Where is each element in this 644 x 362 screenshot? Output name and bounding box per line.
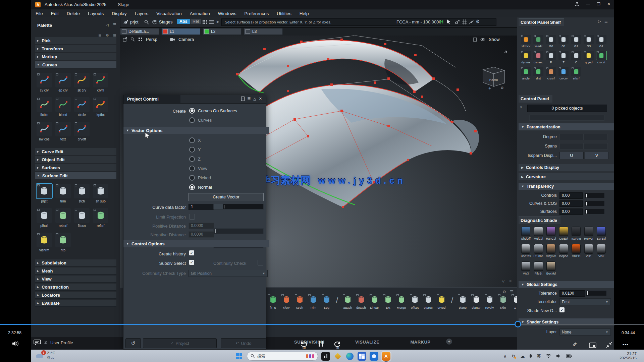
view-search-icon[interactable] (130, 37, 135, 42)
volume-icon[interactable] (12, 341, 19, 347)
continuity-check-type-dropdown[interactable]: G0 Position▼ (189, 270, 268, 277)
user-profile-label[interactable]: User Profile (50, 340, 73, 345)
menu-item[interactable]: Layouts (88, 11, 104, 16)
menu-item[interactable]: Windows (218, 11, 236, 16)
vector-option[interactable]: X (189, 135, 212, 145)
grid-icon[interactable] (203, 20, 207, 24)
shelf-panel-tool[interactable]: dynsec (532, 51, 545, 67)
layer-tab[interactable]: L3 (244, 28, 283, 35)
eye-icon[interactable] (480, 38, 485, 41)
sync-icon[interactable]: ↻ (512, 354, 516, 359)
shading-mode[interactable]: UseTex (520, 244, 532, 261)
shelf-tool[interactable]: plane (457, 294, 468, 309)
palette-section[interactable]: Curve Edit (35, 148, 116, 155)
picked-expand-icon[interactable]: ▼ (520, 106, 523, 109)
shelf-tool[interactable]: offset (409, 294, 420, 309)
pin-icon[interactable]: ↑ (241, 97, 245, 101)
shelf-tab[interactable]: VISUALIZE (355, 340, 379, 345)
shelf-tool[interactable]: qryed (436, 294, 447, 309)
palette-section[interactable]: Pick (35, 37, 116, 44)
app-window-icon[interactable] (358, 352, 366, 361)
shelf-tool[interactable]: xfcrv (281, 294, 292, 309)
radio-icon[interactable] (189, 137, 195, 143)
tray-expand-icon[interactable]: ∧ (503, 354, 507, 359)
palette-tool[interactable]: cv crv (35, 73, 54, 97)
palette-section[interactable]: Evaluate (35, 300, 116, 307)
layer-swatch[interactable] (122, 29, 126, 34)
isoparm-u-button[interactable]: U (559, 152, 584, 159)
view-cube[interactable]: BACK + ⚙ (478, 50, 508, 90)
clock[interactable]: 21:27 2025/5/15 (603, 352, 637, 360)
palette-tool[interactable]: crvfil (91, 73, 110, 97)
close-button[interactable]: ✕ (607, 2, 610, 6)
picked-detail-field[interactable] (529, 115, 604, 121)
search-icon[interactable] (144, 20, 149, 24)
palette-section[interactable]: Subdivision (35, 259, 116, 266)
transparency-value[interactable]: 0.00 (559, 200, 583, 207)
minimize-button[interactable]: — (586, 2, 590, 6)
pause-button[interactable] (319, 341, 323, 347)
palette-section[interactable]: Transform (35, 45, 116, 52)
shelf-tool[interactable]: ptprec (423, 294, 434, 309)
alias-app-icon[interactable]: A (382, 352, 390, 361)
start-button[interactable] (235, 352, 244, 361)
rel-toggle[interactable]: Rel (191, 19, 201, 24)
limit-projection-checkbox[interactable] (189, 214, 195, 220)
palette-section[interactable]: View (35, 276, 116, 283)
vector-option[interactable]: Picked (189, 173, 212, 182)
radio-icon[interactable] (189, 117, 195, 123)
picked-objects[interactable]: 0 picked objects (527, 105, 607, 112)
global-settings-section[interactable]: ▼Global Settings (519, 281, 614, 288)
shading-mode[interactable]: VRED (570, 244, 583, 261)
palette-section[interactable]: Locators (35, 292, 116, 299)
progress-bar-elapsed[interactable] (0, 324, 517, 325)
snap-curve-icon[interactable] (469, 19, 474, 24)
playhead[interactable] (515, 321, 521, 327)
palette-section[interactable]: Surfaces (35, 164, 116, 171)
vector-option[interactable]: Normal (189, 182, 212, 192)
wifi-icon[interactable] (546, 354, 551, 358)
vector-option[interactable]: Y (189, 145, 212, 154)
transparency-section[interactable]: ▼Transparency (519, 183, 614, 190)
project-button[interactable]: ✓Project (143, 338, 217, 348)
menu-item[interactable]: File (36, 11, 43, 16)
palette-menu-icon[interactable]: ☰ (113, 23, 116, 27)
shelf-panel-tool[interactable]: angle (520, 67, 532, 83)
palette-tool[interactable]: fitscn (72, 208, 91, 233)
edge-browser-icon[interactable] (345, 352, 354, 361)
user-icon[interactable] (575, 2, 579, 6)
shelf-panel-tool[interactable]: crvsrf (545, 67, 557, 83)
play-icon[interactable]: ▷ (598, 19, 601, 23)
add-tab-button[interactable]: + (446, 339, 452, 345)
shelf-tool[interactable] (334, 294, 340, 306)
stages-icon[interactable] (152, 19, 157, 24)
create-option-1[interactable]: Curves On Surfaces (189, 108, 237, 114)
close-dialog-icon[interactable]: ✕ (259, 97, 262, 101)
viewport-expand-icon[interactable]: ▽ (502, 279, 504, 283)
shelf-panel-tool[interactable]: xfrmcv (520, 35, 532, 51)
create-history-checkbox[interactable]: ✓ (189, 250, 194, 255)
shelf-tool[interactable]: Ext (382, 294, 393, 309)
layer-swatch[interactable] (246, 29, 250, 34)
shelf-panel-tool[interactable]: G1 (557, 35, 570, 51)
progress-bar-remaining[interactable] (517, 324, 644, 325)
shading-mode[interactable]: HorVer (583, 227, 595, 244)
camera-label[interactable]: Camera (178, 37, 194, 42)
shading-mode[interactable]: ClayAO (545, 244, 557, 261)
box-display-icon[interactable] (473, 38, 477, 42)
shelf-panel-tool[interactable]: dynms (520, 51, 532, 67)
radio-icon[interactable] (189, 175, 195, 181)
project-tool-icon[interactable] (123, 19, 128, 25)
shading-mode[interactable]: Vis2 (595, 244, 608, 261)
shelf-tool[interactable]: fit -5 (267, 294, 278, 309)
shading-mode[interactable]: SurEvl (595, 227, 608, 244)
snap-point-icon[interactable] (455, 19, 460, 24)
palette-tool[interactable]: rebsrf (54, 208, 72, 233)
palette-tool[interactable]: nw cos (35, 122, 54, 146)
palette-tool[interactable]: ntb (54, 233, 72, 257)
radio-icon[interactable] (189, 147, 195, 153)
shading-mode[interactable]: RanCol (545, 227, 557, 244)
shelf-tool[interactable]: Trim (308, 294, 319, 309)
layer-tab[interactable]: DefaultLa... (120, 28, 159, 35)
dialog-title-bar[interactable]: Project Control ↑ ☰ △ ✕ (123, 95, 266, 104)
